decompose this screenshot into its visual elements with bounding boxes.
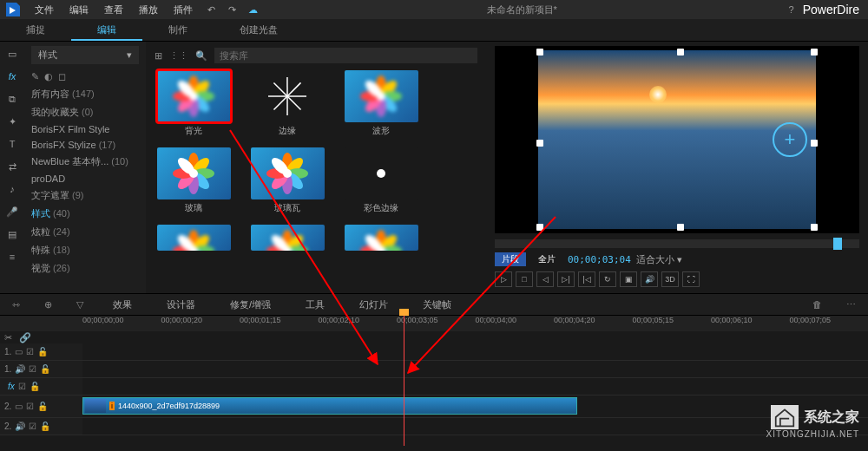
designer-button[interactable]: 设计器 — [158, 298, 204, 311]
title-room-icon[interactable]: T — [3, 136, 21, 152]
3d-button[interactable]: 3D — [661, 271, 679, 287]
stop-button[interactable]: □ — [516, 271, 533, 287]
category-item[interactable]: 视觉 (26) — [31, 259, 139, 278]
search-input[interactable] — [214, 48, 477, 63]
split-icon[interactable]: ✂ — [4, 332, 12, 343]
category-item[interactable]: BorisFX Stylize (17) — [31, 137, 139, 153]
transition-room-icon[interactable]: ⇄ — [3, 159, 21, 174]
chapter-room-icon[interactable]: ▤ — [3, 226, 21, 242]
track-lock-icon[interactable]: 🔓 — [30, 382, 40, 391]
brush-icon[interactable]: ✎ — [31, 71, 39, 82]
redo-icon[interactable]: ↷ — [225, 3, 239, 16]
playhead[interactable] — [404, 316, 404, 446]
snapshot-button[interactable]: ▣ — [620, 271, 637, 287]
add-icon[interactable]: + — [773, 122, 807, 157]
category-item[interactable]: NewBlue 基本特... (10) — [31, 153, 139, 171]
skip-back-button[interactable]: |◁ — [578, 271, 595, 287]
library-thumb[interactable]: 边缘 — [248, 70, 326, 137]
audio-room-icon[interactable]: ♪ — [3, 181, 21, 197]
track-body[interactable] — [82, 343, 868, 360]
tab-create-disc[interactable]: 创建光盘 — [214, 19, 304, 41]
track-visible-icon[interactable]: ☑ — [29, 422, 36, 431]
play-button[interactable]: ▷ — [495, 271, 512, 287]
category-item[interactable]: 我的收藏夹 (0) — [31, 103, 139, 121]
pip-room-icon[interactable]: ⧉ — [3, 91, 21, 107]
timeline-ruler[interactable]: 00;00;00;0000;00;00;2000;00;01;1500;00;0… — [0, 316, 868, 331]
tag-clip[interactable]: 片段 — [495, 252, 526, 266]
media-room-icon[interactable]: ▭ — [3, 46, 21, 62]
category-item[interactable]: 特殊 (18) — [31, 241, 139, 259]
resize-handle[interactable] — [677, 224, 684, 231]
timeline-track[interactable]: fx☑🔓 — [0, 378, 868, 395]
library-thumb[interactable] — [248, 225, 326, 251]
fit-width-icon[interactable]: ⇿ — [9, 299, 23, 310]
palette-icon[interactable]: ◐ — [44, 71, 53, 82]
category-item[interactable]: 样式 (40) — [31, 205, 139, 223]
fit-dropdown[interactable]: 适合大小 ▾ — [636, 253, 682, 266]
help-icon[interactable]: ? — [782, 4, 801, 15]
category-item[interactable]: BorisFX Film Style — [31, 121, 139, 137]
category-item[interactable]: 所有内容 (147) — [31, 85, 139, 103]
library-thumb[interactable] — [155, 225, 233, 251]
library-thumb[interactable] — [342, 225, 420, 251]
fix-enhance-button[interactable]: 修复/增强 — [221, 298, 279, 311]
cloud-icon[interactable]: ☁ — [246, 3, 260, 16]
fx-room-icon[interactable]: fx — [3, 69, 21, 84]
preview-viewport[interactable]: + — [495, 46, 859, 233]
scrub-bar[interactable] — [495, 239, 859, 248]
resize-handle[interactable] — [536, 140, 543, 147]
zoom-icon[interactable]: ⊕ — [41, 299, 56, 310]
voice-room-icon[interactable]: 🎤 — [3, 204, 21, 219]
track-lock-icon[interactable]: 🔓 — [40, 422, 50, 431]
resize-handle[interactable] — [536, 224, 543, 231]
eraser-icon[interactable]: ◻ — [58, 71, 66, 82]
category-dropdown[interactable]: 样式 ▾ — [31, 46, 139, 64]
track-lock-icon[interactable]: 🔓 — [37, 402, 48, 411]
menu-edit[interactable]: 编辑 — [62, 2, 95, 18]
tag-all[interactable]: 全片 — [531, 252, 562, 266]
category-item[interactable]: 炫粒 (24) — [31, 223, 139, 241]
scrub-position[interactable] — [833, 238, 842, 250]
track-lock-icon[interactable]: 🔓 — [37, 347, 48, 356]
more-icon[interactable]: ⋯ — [843, 299, 859, 310]
tools-button[interactable]: 工具 — [297, 298, 333, 311]
loop-button[interactable]: ↻ — [599, 271, 616, 287]
timeline-track[interactable]: 1.🔊☑🔓 — [0, 361, 868, 378]
trash-icon[interactable]: 🗑 — [809, 299, 825, 310]
sort-icon[interactable]: ⋮⋮ — [169, 50, 188, 62]
track-lock-icon[interactable]: 🔓 — [40, 364, 50, 374]
tab-edit[interactable]: 编辑 — [71, 19, 142, 41]
track-body[interactable] — [82, 361, 868, 377]
library-thumb[interactable]: 彩色边缘 — [342, 147, 420, 214]
library-thumb[interactable]: 波形 — [342, 70, 420, 137]
menu-view[interactable]: 查看 — [97, 2, 130, 18]
resize-handle[interactable] — [536, 49, 543, 56]
marker-icon[interactable]: ▽ — [73, 299, 87, 310]
effect-button[interactable]: 效果 — [104, 298, 141, 311]
track-body[interactable] — [82, 378, 868, 395]
keyframe-button[interactable]: 关键帧 — [414, 298, 460, 311]
category-item[interactable]: 文字遮罩 (9) — [31, 186, 139, 205]
timeline-track[interactable]: 2.▭☑🔓i1440x900_2d7edf917d28899 — [0, 395, 868, 418]
timeline-track[interactable]: 1.▭☑🔓 — [0, 343, 868, 361]
particle-room-icon[interactable]: ✦ — [3, 114, 21, 129]
menu-plugin[interactable]: 插件 — [167, 2, 200, 18]
library-thumb[interactable]: 玻璃 — [155, 147, 233, 214]
timeline-track[interactable]: 2.🔊☑🔓 — [0, 418, 868, 435]
tab-capture[interactable]: 捕捉 — [0, 19, 71, 41]
search-icon[interactable]: 🔍 — [195, 50, 207, 62]
tab-produce[interactable]: 制作 — [142, 19, 214, 41]
volume-button[interactable]: 🔊 — [641, 271, 658, 287]
resize-handle[interactable] — [811, 224, 818, 231]
category-item[interactable]: proDAD — [31, 171, 139, 186]
track-visible-icon[interactable]: ☑ — [26, 347, 34, 356]
timeline-clip[interactable]: i1440x900_2d7edf917d28899 — [82, 397, 577, 415]
link-icon[interactable]: 🔗 — [19, 332, 31, 343]
library-thumb[interactable]: 玻璃瓦 — [248, 147, 326, 214]
menu-file[interactable]: 文件 — [28, 2, 61, 18]
slideshow-button[interactable]: 幻灯片 — [351, 298, 397, 311]
resize-handle[interactable] — [811, 49, 818, 56]
track-body[interactable]: i1440x900_2d7edf917d28899 — [82, 395, 868, 417]
subtitle-room-icon[interactable]: ≡ — [3, 249, 21, 265]
track-visible-icon[interactable]: ☑ — [18, 382, 26, 391]
